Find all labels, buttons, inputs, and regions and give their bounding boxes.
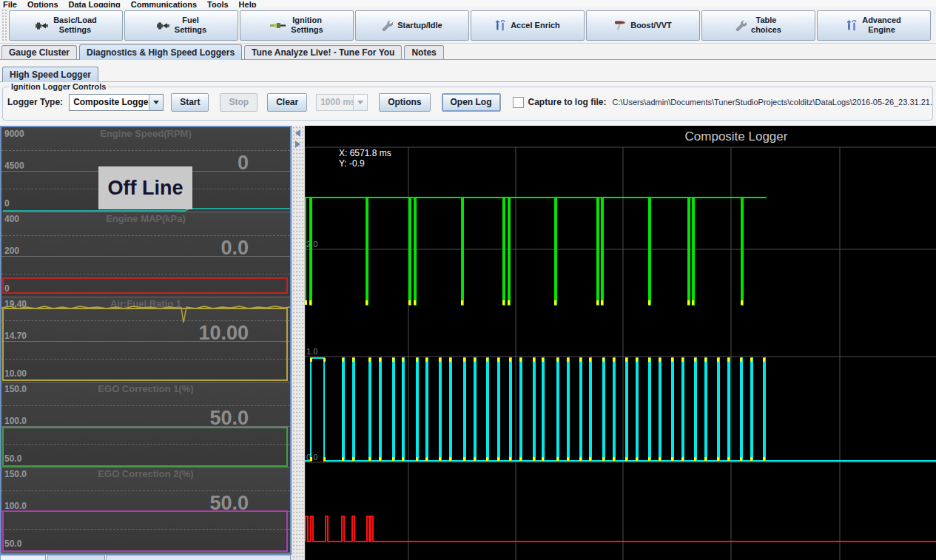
logger-subtabs: High Speed Logger — [0, 64, 936, 82]
toolbar-button-label: Accel Enrich — [511, 21, 560, 30]
menu-help[interactable]: Help — [239, 0, 257, 7]
logger-controls-group: Ignition Logger Controls Logger Type: Co… — [2, 82, 933, 121]
toolbar-button-label: Boost/VVT — [630, 21, 672, 30]
capture-checkbox[interactable] — [513, 97, 524, 108]
gauge-trace-box — [2, 510, 288, 552]
gauge-tick-label: 200 — [4, 246, 19, 256]
offline-indicator: Off Line — [98, 166, 192, 209]
gauge-gridline — [1, 490, 290, 491]
chevron-down-icon[interactable] — [149, 95, 163, 110]
toolbar-button-label: Tablechoices — [751, 16, 781, 35]
table-choices-button[interactable]: Tablechoices — [701, 10, 815, 41]
valve-icon — [156, 21, 170, 30]
gauge-trace-box — [2, 427, 288, 467]
toolbar-button-label: Startup/Idle — [397, 21, 442, 30]
start-button[interactable]: Start — [171, 93, 209, 112]
clear-button[interactable]: Clear — [267, 93, 307, 112]
menu-data-logging[interactable]: Data Logging — [69, 0, 121, 7]
gauge-value: 50.0 — [209, 492, 249, 515]
chevron-down-icon — [353, 95, 367, 110]
wrench-icon — [735, 20, 747, 31]
gauge-engine-speed-rpm: Engine Speed(RPM)9000450000Off Line — [1, 127, 290, 212]
gauge-panel: Engine Speed(RPM)9000450000Off LineEngin… — [0, 126, 292, 555]
stop-button: Stop — [220, 93, 257, 112]
toolbar-button-label: IgnitionSettings — [291, 16, 323, 35]
gauge-gridline — [1, 274, 290, 274]
toolbar-button-label: FuelSettings — [175, 16, 206, 35]
menu-bar: FileOptionsData LoggingCommunicationsToo… — [0, 0, 936, 7]
gauge-ego-correction-1: EGO Correction 1(%)150.0100.050.050.0 — [1, 382, 290, 468]
bottom-tab-stub[interactable] — [0, 555, 46, 560]
bottom-tab-stub[interactable] — [106, 555, 291, 560]
gauge-title: EGO Correction 2(%) — [1, 468, 290, 479]
logger-type-label: Logger Type: — [7, 97, 63, 107]
gauge-gridline — [1, 405, 290, 406]
tab-notes[interactable]: Notes — [404, 45, 443, 59]
gauge-ego-correction-2: EGO Correction 2(%)150.0100.050.050.0 — [1, 468, 290, 553]
tools-icon — [846, 20, 858, 31]
hammer-icon — [614, 20, 626, 30]
ignition-settings-button[interactable]: IgnitionSettings — [240, 10, 354, 41]
gauge-tick-label: 100.0 — [4, 416, 27, 426]
gauge-value: 10.00 — [198, 322, 249, 345]
open-log-button[interactable]: Open Log — [442, 93, 501, 112]
gauge-value: 50.0 — [209, 407, 249, 430]
toolbar-grip[interactable] — [1, 9, 7, 41]
bottom-tab-stubs — [0, 555, 292, 560]
collapse-right-icon[interactable] — [295, 141, 300, 148]
basic-load-settings-button[interactable]: Basic/LoadSettings — [9, 10, 123, 41]
valve-icon — [35, 21, 49, 30]
toolbar-button-label: Basic/LoadSettings — [53, 16, 97, 35]
logger-controls-row: Logger Type: Composite Logger Start Stop… — [7, 90, 932, 114]
tab-gauge-cluster[interactable]: Gauge Cluster — [1, 45, 77, 59]
tunerstudio-window: FileOptionsData LoggingCommunicationsToo… — [0, 0, 936, 560]
gauge-title: Engine MAP(kPa) — [1, 213, 290, 224]
menu-file[interactable]: File — [3, 0, 17, 7]
boost-vvt-button[interactable]: Boost/VVT — [586, 10, 700, 41]
gauge-gridline — [1, 552, 290, 553]
svg-text:1.0: 1.0 — [306, 347, 317, 356]
capture-label: Capture to log file: — [528, 97, 607, 107]
logger-type-select[interactable]: Composite Logger — [69, 94, 164, 111]
toolbar-button-label: AdvancedEngine — [862, 16, 901, 35]
interval-select: 1000 ms — [316, 94, 368, 111]
tab-diagnostics-high-speed-loggers[interactable]: Diagnostics & High Speed Loggers — [79, 44, 242, 60]
gauge-gridline — [1, 235, 290, 236]
composite-logger-chart[interactable]: 2.01.00.0Composite LoggerX: 6571.8 msY: … — [305, 126, 936, 560]
gauge-title: EGO Correction 1(%) — [1, 383, 290, 394]
collapse-left-icon[interactable] — [295, 129, 300, 137]
advanced-engine-button[interactable]: AdvancedEngine — [817, 10, 931, 41]
svg-text:Y: -0.9: Y: -0.9 — [339, 158, 365, 169]
subtab-high-speed-logger[interactable]: High Speed Logger — [2, 67, 98, 82]
gauge-tick-label: 100.0 — [4, 501, 27, 511]
spark-icon — [270, 22, 286, 29]
tab-tune-analyze-live-tune-for-you[interactable]: Tune Analyze Live! - Tune For You — [244, 45, 402, 59]
fuel-settings-button[interactable]: FuelSettings — [124, 10, 238, 41]
svg-text:X: 6571.8 ms: X: 6571.8 ms — [339, 148, 391, 158]
gauge-value: 0 — [238, 152, 249, 175]
gauge-tick-label: 150.0 — [4, 384, 27, 394]
menu-tools[interactable]: Tools — [207, 0, 229, 7]
accel-enrich-button[interactable]: Accel Enrich — [471, 10, 585, 41]
bottom-tab-stub[interactable] — [47, 555, 105, 560]
toolbar: Basic/LoadSettingsFuelSettingsIgnitionSe… — [0, 7, 936, 44]
gauge-trace-box — [2, 277, 288, 294]
main-tabs: Gauge ClusterDiagnostics & High Speed Lo… — [0, 44, 936, 60]
svg-text:Composite Logger: Composite Logger — [685, 129, 788, 144]
menu-options[interactable]: Options — [27, 0, 58, 7]
group-title: Ignition Logger Controls — [9, 82, 108, 91]
gauge-tick-label: 400 — [4, 214, 19, 224]
startup-idle-button[interactable]: Startup/Idle — [355, 10, 469, 41]
menu-communications[interactable]: Communications — [131, 0, 197, 7]
logger-type-value: Composite Logger — [70, 97, 149, 107]
gauge-value: 0.0 — [220, 237, 249, 260]
wrench-icon — [382, 20, 393, 31]
gauge-air-fuel-ratio-1: Air:Fuel Ratio 119.4014.7010.0010.00 — [1, 297, 290, 382]
log-file-path: C:\Users\admin\Documents\TunerStudioProj… — [613, 98, 933, 107]
splitter[interactable] — [292, 126, 305, 560]
interval-value: 1000 ms — [317, 97, 353, 107]
gauge-engine-map-kpa: Engine MAP(kPa)40020000.0 — [1, 212, 290, 297]
tools-icon — [495, 20, 506, 31]
gauge-tick-label: 150.0 — [4, 469, 27, 479]
options-button[interactable]: Options — [379, 93, 430, 112]
